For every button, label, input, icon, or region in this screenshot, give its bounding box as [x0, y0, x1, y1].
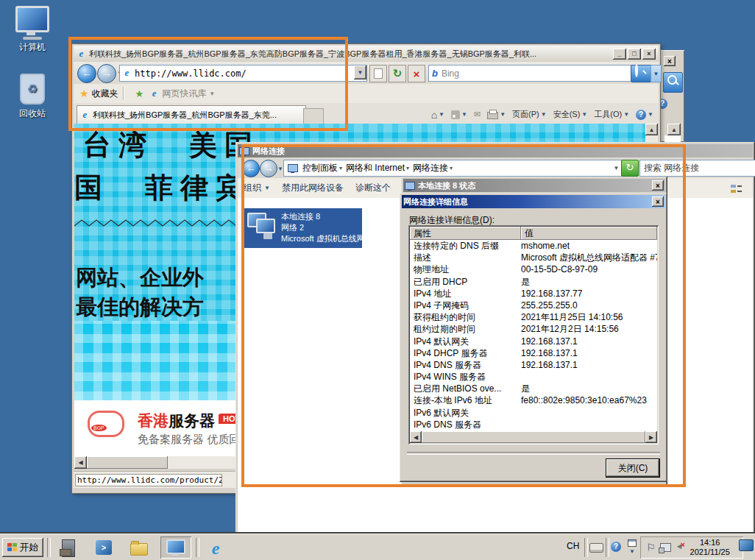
detail-row[interactable]: 连接-本地 IPv6 地址fe80::802e:9850:3e10:ea67%2…: [410, 394, 657, 406]
close-button[interactable]: ×: [652, 196, 664, 207]
diagnose-button[interactable]: 诊断这个: [350, 180, 397, 196]
network-status-icon[interactable]: [660, 543, 671, 552]
restore-window-icon[interactable]: [628, 539, 637, 547]
close-icon[interactable]: ×: [664, 56, 676, 66]
desktop-icon-recycle-bin[interactable]: ♻ 回收站: [4, 74, 60, 120]
explorer-folder-icon[interactable]: [130, 539, 149, 558]
address-input[interactable]: e http://www.llidc.com/ ▼: [119, 65, 367, 82]
close-dialog-button[interactable]: 关闭(C): [606, 459, 659, 477]
scrollbar-thumb[interactable]: [422, 431, 645, 443]
breadcrumb-item[interactable]: 网络和 Internet: [346, 162, 405, 174]
action-center-flag-icon[interactable]: ⚐: [646, 542, 656, 553]
display-icon: [166, 539, 185, 554]
detail-row[interactable]: 已启用 NetBIOS ove...是: [410, 383, 657, 394]
powershell-icon[interactable]: >: [94, 539, 113, 558]
view-options-icon[interactable]: [731, 183, 742, 194]
close-button[interactable]: ×: [652, 180, 664, 191]
detail-row[interactable]: IPv4 DHCP 服务器192.168.137.1: [410, 347, 657, 359]
clock[interactable]: 14:16 2021/11/25: [690, 538, 730, 557]
detail-row[interactable]: 租约过期的时间2021年12月2日 14:15:56: [410, 323, 657, 335]
search-button[interactable]: [663, 72, 683, 93]
detail-row[interactable]: 描述Microsoft 虚拟机总线网络适配器 #7: [410, 252, 657, 263]
divider: [47, 538, 51, 557]
new-tab-button[interactable]: [303, 108, 324, 124]
chevron-down-icon[interactable]: ▼: [629, 548, 635, 555]
ie-taskbar-icon[interactable]: e: [206, 539, 225, 558]
search-options-dropdown-icon[interactable]: ▼: [651, 65, 662, 82]
start-button[interactable]: 开始: [2, 538, 43, 557]
keyboard-icon[interactable]: [589, 543, 603, 553]
tools-menu-button[interactable]: 工具(O)▼: [592, 107, 631, 121]
close-button[interactable]: ×: [642, 49, 656, 60]
webslice-dropdown-icon[interactable]: ▼: [209, 91, 215, 97]
maximize-button[interactable]: □: [628, 49, 641, 60]
detail-row[interactable]: IPv4 地址192.168.137.77: [410, 288, 657, 300]
webslice-gallery-button[interactable]: 网页快讯库: [162, 88, 206, 100]
detail-row[interactable]: IPv6 默认网关: [410, 407, 657, 419]
scroll-up-icon[interactable]: ▲: [645, 124, 658, 135]
disable-device-button[interactable]: 禁用此网络设备: [276, 180, 350, 196]
scroll-left-icon[interactable]: ◀: [74, 456, 87, 469]
refresh-button[interactable]: ↻: [389, 65, 406, 82]
compatibility-view-button[interactable]: [369, 65, 387, 82]
help-icon[interactable]: ?: [611, 542, 621, 552]
read-mail-button[interactable]: ✉: [472, 108, 483, 121]
scrollbar-thumb[interactable]: [87, 456, 168, 469]
breadcrumb-arrow-icon[interactable]: ▾: [406, 165, 409, 171]
address-dropdown-icon[interactable]: ▼: [354, 65, 366, 79]
back-icon[interactable]: ←: [242, 160, 260, 177]
network-window-titlebar[interactable]: 网络连接: [238, 144, 753, 157]
minimize-button[interactable]: _: [613, 49, 626, 60]
details-dialog-titlebar[interactable]: 网络连接详细信息 ×: [402, 195, 665, 208]
favorites-button[interactable]: 收藏夹: [92, 88, 118, 100]
tab-active[interactable]: e 利联科技_扬州BGP服务器_杭州BGP服务器_东莞...: [77, 105, 306, 124]
detail-row[interactable]: IPv4 子网掩码255.255.255.0: [410, 300, 657, 311]
detail-row[interactable]: IPv6 DNS 服务器: [410, 419, 657, 430]
server-manager-icon[interactable]: [59, 539, 78, 558]
scroll-left-icon[interactable]: ◀: [410, 431, 422, 443]
home-button[interactable]: ⌂▼: [429, 107, 447, 122]
status-dialog-titlebar[interactable]: 本地连接 8 状态 ×: [403, 179, 665, 192]
refresh-button[interactable]: ↻: [621, 160, 639, 177]
volume-muted-icon[interactable]: [676, 543, 686, 552]
detail-row[interactable]: IPv4 默认网关192.168.137.1: [410, 336, 657, 347]
forward-icon[interactable]: →: [97, 64, 116, 83]
breadcrumb-dropdown-icon[interactable]: ▼: [611, 165, 622, 171]
details-horizontal-scrollbar[interactable]: ◀ ▶: [410, 431, 657, 443]
show-desktop-button[interactable]: [739, 539, 754, 551]
stop-button[interactable]: ×: [408, 65, 425, 82]
search-input[interactable]: b Bing: [428, 65, 633, 82]
column-header-property[interactable]: 属性: [410, 227, 521, 240]
network-search-input[interactable]: 搜索 网络连接: [639, 160, 755, 177]
desktop-icon-computer[interactable]: 计算机: [4, 6, 60, 54]
safety-menu-button[interactable]: 安全(S)▼: [551, 107, 590, 121]
add-favorite-icon[interactable]: ★: [135, 88, 144, 99]
breadcrumb-arrow-icon[interactable]: ▾: [339, 165, 342, 171]
feeds-button[interactable]: ▼: [449, 109, 469, 121]
search-go-button[interactable]: [631, 65, 651, 82]
breadcrumb-item[interactable]: 网络连接: [413, 162, 448, 174]
detail-row[interactable]: 获得租约的时间2021年11月25日 14:10:56: [410, 311, 657, 323]
breadcrumb-arrow-icon[interactable]: ▾: [450, 165, 453, 171]
forward-icon[interactable]: →: [260, 160, 277, 177]
print-button[interactable]: ▼: [485, 108, 508, 121]
detail-row[interactable]: 已启用 DHCP是: [410, 276, 657, 288]
back-icon[interactable]: ←: [77, 64, 96, 83]
promo-title[interactable]: 香港服务器: [138, 411, 215, 431]
scroll-right-icon[interactable]: ▶: [645, 431, 657, 443]
scroll-up-icon[interactable]: ▲: [667, 124, 681, 135]
detail-row[interactable]: IPv4 WINS 服务器: [410, 371, 657, 383]
detail-row[interactable]: IPv4 DNS 服务器192.168.137.1: [410, 359, 657, 371]
ie-titlebar[interactable]: e 利联科技_扬州BGP服务器_杭州BGP服务器_东莞高防BGP服务器_宁波BG…: [74, 46, 659, 62]
breadcrumb-item[interactable]: 控制面板: [302, 162, 338, 174]
language-indicator[interactable]: CH: [567, 541, 579, 551]
nav-history-dropdown-icon[interactable]: ▼: [277, 166, 283, 172]
detail-row[interactable]: 物理地址00-15-5D-C8-97-09: [410, 263, 657, 275]
detail-row[interactable]: 连接特定的 DNS 后缀mshome.net: [410, 240, 657, 252]
network-window-taskbar-button[interactable]: [160, 536, 191, 559]
column-header-value[interactable]: 值: [521, 227, 657, 240]
help-menu-button[interactable]: ?▼: [634, 108, 656, 121]
organize-menu-button[interactable]: 组织▼: [238, 180, 276, 196]
page-menu-button[interactable]: 页面(P)▼: [510, 107, 549, 121]
connection-item-selected[interactable]: 本地连接 8 网络 2 Microsoft 虚拟机总线网络适配器: [244, 208, 362, 248]
